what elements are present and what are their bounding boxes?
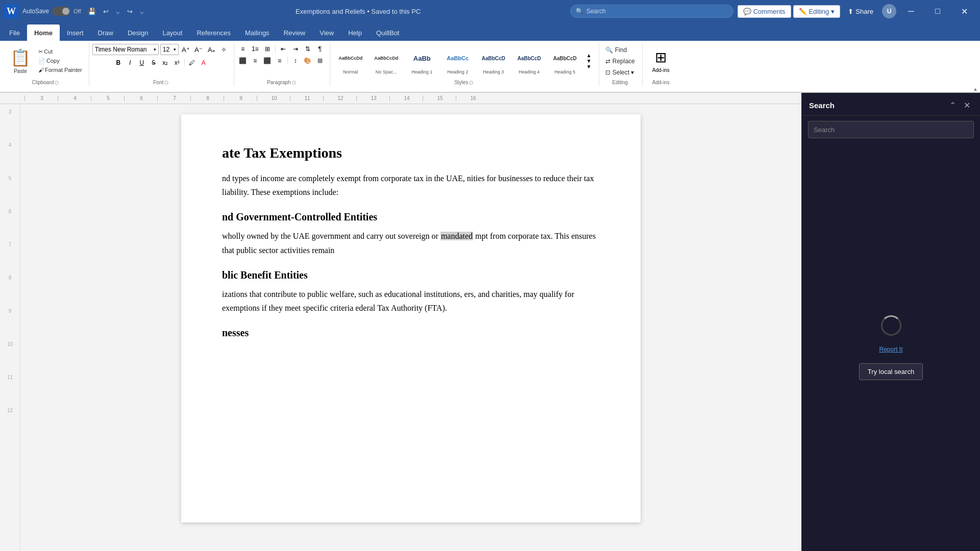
underline-button[interactable]: U (136, 58, 148, 68)
tab-references[interactable]: References (189, 24, 237, 41)
user-avatar[interactable]: U (882, 4, 896, 18)
increase-indent-button[interactable]: ⇥ (290, 44, 301, 54)
style-heading4[interactable]: AaBbCcD Heading 4 (512, 45, 547, 76)
select-button[interactable]: ⊡ Select ▾ (602, 67, 638, 78)
search-input[interactable] (808, 121, 974, 138)
increase-font-button[interactable]: A⁺ (180, 44, 191, 55)
cut-button[interactable]: ✂ Cut (36, 47, 85, 56)
report-link[interactable]: Report It (879, 346, 902, 353)
comments-button[interactable]: 💬 Comments (738, 5, 791, 18)
tab-quillbot[interactable]: QuillBot (369, 24, 407, 41)
page-num-11: 11 (0, 374, 20, 408)
minimize-button[interactable]: ─ (899, 0, 923, 22)
undo-button[interactable]: ↩ (101, 7, 111, 16)
find-button[interactable]: 🔍 Find (602, 45, 630, 55)
numbering-button[interactable]: 1≡ (250, 44, 261, 54)
page-num-8: 8 (0, 275, 20, 308)
font-expand-icon[interactable]: ⬡ (164, 80, 168, 85)
format-painter-button[interactable]: 🖌 Format Painter (36, 66, 85, 74)
styles-expand-icon[interactable]: ⬡ (469, 80, 473, 85)
panel-collapse-button[interactable]: ⌃ (946, 99, 959, 111)
customize-button[interactable]: ⌵ (137, 7, 146, 16)
ruler: 3 4 5 6 7 8 9 10 11 12 13 14 15 16 (0, 93, 801, 104)
addins-button[interactable]: ⊞ Add-ins (646, 45, 676, 76)
subscript-button[interactable]: x₂ (160, 58, 171, 68)
bold-button[interactable]: B (113, 58, 124, 68)
font-size-selector[interactable]: 12 ▾ (160, 44, 179, 55)
superscript-button[interactable]: x² (172, 58, 183, 68)
tab-draw[interactable]: Draw (91, 24, 120, 41)
italic-button[interactable]: I (125, 58, 136, 68)
close-button[interactable]: ✕ (952, 0, 976, 22)
style-heading5[interactable]: AaBbCcD Heading 5 (548, 45, 582, 76)
ribbon-collapse-icon[interactable]: ▲ (973, 86, 978, 92)
style-heading1[interactable]: AaBb Heading 1 (405, 45, 439, 76)
search-results-area: Report It Try local search (802, 143, 980, 551)
tab-design[interactable]: Design (120, 24, 155, 41)
align-left-button[interactable]: ⬛ (237, 56, 249, 66)
clear-formatting-button[interactable]: ✧ (218, 44, 230, 55)
clipboard-expand-icon[interactable]: ⬡ (55, 80, 59, 85)
paragraph-group-content: ≡ 1≡ ⊞ ⇤ ⇥ ⇅ ¶ ⬛ ≡ ⬛ ≡ ↕ 🎨 ⊞ (237, 43, 326, 79)
align-right-button[interactable]: ⬛ (262, 56, 273, 66)
font-color-button[interactable]: A (198, 58, 209, 68)
align-center-button[interactable]: ≡ (250, 56, 261, 66)
copy-button[interactable]: 📄 Copy (36, 57, 85, 65)
ruler-7: 7 (157, 95, 190, 101)
bullets-button[interactable]: ≡ (237, 44, 249, 54)
line-spacing-button[interactable]: ↕ (290, 56, 301, 66)
maximize-button[interactable]: □ (926, 0, 949, 22)
editing-button[interactable]: ✏️ Editing ▾ (793, 5, 841, 18)
style-no-spacing[interactable]: AaBbCcDd No Spac... (369, 45, 404, 76)
decrease-font-button[interactable]: A⁻ (193, 44, 204, 55)
page-numbers: 3 4 5 6 7 8 9 10 11 12 (0, 104, 20, 551)
shading-button[interactable]: 🎨 (302, 56, 313, 66)
doc-heading-public-benefit: blic Benefit Entities (222, 269, 600, 281)
style-normal-name: Normal (343, 69, 358, 74)
ruler-10: 10 (257, 95, 290, 101)
comments-label: Comments (753, 8, 786, 15)
tab-file[interactable]: File (2, 24, 27, 41)
panel-close-button[interactable]: ✕ (961, 99, 973, 111)
style-h1-preview: AaBb (413, 47, 431, 69)
style-heading2[interactable]: AaBbCc Heading 2 (440, 45, 475, 76)
save-button[interactable]: 💾 (85, 7, 99, 16)
tab-help[interactable]: Help (341, 24, 369, 41)
font-name-selector[interactable]: Times New Roman ▾ (92, 44, 159, 55)
paragraph-expand-icon[interactable]: ⬡ (292, 80, 296, 85)
justify-button[interactable]: ≡ (274, 56, 285, 66)
tab-layout[interactable]: Layout (155, 24, 189, 41)
tab-insert[interactable]: Insert (60, 24, 91, 41)
paste-button[interactable]: 📋 Paste (6, 46, 35, 75)
styles-more-button[interactable]: ▲ ▼ ▼ (583, 45, 595, 76)
undo-dropdown-button[interactable]: ⌵ (113, 7, 122, 16)
tab-view[interactable]: View (312, 24, 341, 41)
titlebar-search[interactable]: 🔍 Search (570, 5, 733, 18)
tab-home[interactable]: Home (27, 24, 60, 41)
share-button[interactable]: ⬆ Share (842, 5, 879, 18)
text-highlight-button[interactable]: 🖊 (186, 58, 198, 68)
redo-button[interactable]: ↪ (125, 7, 135, 16)
change-case-button[interactable]: Aₐ (206, 44, 217, 55)
page-num-5: 5 (0, 176, 20, 209)
local-search-button[interactable]: Try local search (859, 363, 923, 380)
strikethrough-button[interactable]: S̶ (148, 58, 159, 68)
borders-button[interactable]: ⊞ (314, 56, 326, 66)
document-page: ate Tax Exemptions nd types of income ar… (181, 114, 641, 522)
autosave-toggle[interactable] (52, 7, 70, 16)
tab-mailings[interactable]: Mailings (238, 24, 277, 41)
show-paragraph-button[interactable]: ¶ (314, 44, 326, 54)
decrease-indent-button[interactable]: ⇤ (278, 44, 289, 54)
clipboard-group-content: 📋 Paste ✂ Cut 📄 Copy 🖌 Format Painter (6, 43, 85, 79)
ribbon: File Home Insert Draw Design Layout Refe… (0, 22, 980, 93)
styles-group: AaBbCcDd Normal AaBbCcDd No Spac... AaBb… (331, 43, 599, 86)
styles-up-icon: ▲ (586, 53, 592, 58)
multilevel-button[interactable]: ⊞ (262, 44, 273, 54)
sort-button[interactable]: ⇅ (302, 44, 313, 54)
tab-review[interactable]: Review (277, 24, 313, 41)
style-heading3[interactable]: AaBbCcD Heading 3 (476, 45, 511, 76)
autosave-state: Off (74, 8, 81, 14)
style-normal[interactable]: AaBbCcDd Normal (333, 45, 368, 76)
replace-button[interactable]: ⇄ Replace (602, 56, 638, 66)
document-scroll[interactable]: ate Tax Exemptions nd types of income ar… (20, 104, 801, 551)
